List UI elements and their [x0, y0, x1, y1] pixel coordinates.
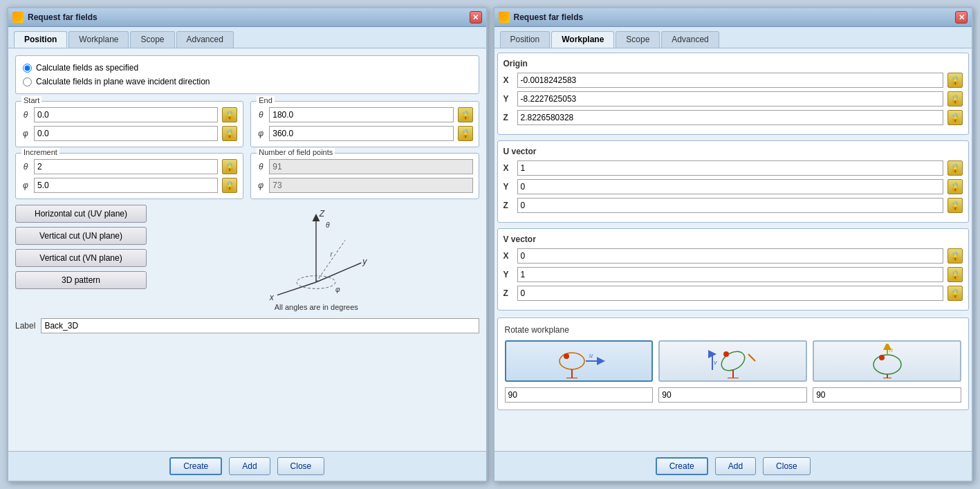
left-end-phi-row: φ 🔒: [257, 126, 472, 141]
right-origin-x-row: X 🔒: [503, 73, 963, 88]
left-tab-scope[interactable]: Scope: [130, 31, 174, 48]
right-origin-y-lock[interactable]: 🔒: [947, 91, 963, 107]
left-increment-phi-input[interactable]: [34, 178, 218, 193]
left-increment-points-row: Increment θ 🔒 φ 🔒 Number of field points…: [15, 153, 479, 199]
right-origin-x-lock[interactable]: 🔒: [947, 73, 963, 88]
left-radio-row-2: Calculate fields in plane wave incident …: [23, 77, 472, 86]
left-tab-advanced[interactable]: Advanced: [176, 31, 234, 48]
right-uvector-x-lock[interactable]: 🔒: [947, 160, 963, 176]
left-tab-position[interactable]: Position: [14, 31, 67, 48]
left-title-group: 🔆 Request far fields: [12, 12, 98, 23]
right-create-button[interactable]: Create: [656, 457, 708, 475]
left-bottom-section: Horizontal cut (UV plane) Vertical cut (…: [15, 205, 479, 311]
left-fp-theta-label: θ: [257, 162, 265, 172]
left-create-button[interactable]: Create: [169, 457, 222, 475]
left-increment-theta-input[interactable]: [34, 159, 218, 174]
right-rotate-u-value[interactable]: [505, 387, 654, 403]
left-horizontal-cut-button[interactable]: Horizontal cut (UV plane): [15, 205, 147, 223]
left-fp-phi-input: [269, 178, 472, 193]
left-start-theta-label: θ: [21, 110, 30, 120]
left-end-phi-input[interactable]: [269, 126, 453, 141]
right-rotate-v-value[interactable]: [658, 387, 807, 403]
svg-text:y: y: [362, 257, 367, 266]
left-start-group: Start θ 🔒 φ 🔒: [15, 101, 243, 147]
right-add-button[interactable]: Add: [715, 457, 756, 475]
left-tab-workplane[interactable]: Workplane: [68, 31, 129, 48]
right-origin-x-input[interactable]: [517, 73, 944, 88]
right-vvector-x-lock[interactable]: 🔒: [947, 248, 963, 264]
left-radio-plane-wave[interactable]: [23, 77, 32, 86]
right-uvector-z-label: Z: [503, 201, 513, 210]
left-start-theta-lock[interactable]: 🔒: [222, 107, 237, 122]
right-rotate-n-button[interactable]: n: [813, 340, 961, 382]
left-increment-phi-row: φ 🔒: [21, 178, 237, 193]
right-uvector-z-input[interactable]: [517, 198, 944, 213]
left-end-theta-input[interactable]: [269, 107, 453, 122]
left-increment-theta-lock[interactable]: 🔒: [222, 159, 237, 174]
right-vvector-section: V vector X 🔒 Y 🔒 Z 🔒: [497, 228, 970, 311]
right-vvector-x-label: X: [503, 251, 513, 261]
right-close-button[interactable]: ✕: [955, 11, 968, 24]
right-uvector-z-row: Z 🔒: [503, 198, 963, 213]
left-close-button[interactable]: Close: [277, 457, 325, 475]
right-vvector-z-label: Z: [503, 288, 513, 298]
right-uvector-z-lock[interactable]: 🔒: [947, 198, 963, 213]
svg-line-3: [316, 263, 361, 282]
right-origin-z-input[interactable]: [517, 110, 944, 125]
right-vvector-z-lock[interactable]: 🔒: [947, 286, 963, 301]
left-vertical-cut-un-button[interactable]: Vertical cut (UN plane): [15, 227, 147, 245]
left-radio-group: Calculate fields as specified Calculate …: [15, 55, 479, 94]
right-vvector-x-input[interactable]: [517, 248, 944, 264]
right-uvector-title: U vector: [503, 147, 963, 156]
left-add-button[interactable]: Add: [229, 457, 270, 475]
right-title-text: Request far fields: [514, 12, 584, 22]
right-vvector-z-input[interactable]: [517, 286, 944, 301]
right-origin-z-label: Z: [503, 113, 513, 122]
left-start-phi-lock[interactable]: 🔒: [222, 126, 237, 141]
right-uvector-y-lock[interactable]: 🔒: [947, 179, 963, 194]
left-end-theta-lock[interactable]: 🔒: [458, 107, 473, 122]
right-tab-workplane[interactable]: Workplane: [551, 31, 614, 48]
left-label-text: Label: [15, 321, 35, 331]
right-close-button-footer[interactable]: Close: [763, 457, 811, 475]
right-rotate-u-button[interactable]: u: [505, 340, 654, 382]
right-content: Origin X 🔒 Y 🔒 Z 🔒 U vector X: [494, 48, 972, 451]
left-start-phi-input[interactable]: [34, 126, 218, 141]
svg-point-25: [879, 355, 885, 360]
right-origin-z-lock[interactable]: 🔒: [947, 110, 963, 125]
right-tab-advanced[interactable]: Advanced: [661, 31, 719, 48]
svg-point-12: [564, 353, 569, 359]
right-origin-y-input[interactable]: [517, 91, 944, 107]
right-uvector-x-input[interactable]: [517, 160, 944, 176]
left-content: Calculate fields as specified Calculate …: [8, 48, 486, 451]
left-end-label: End: [257, 96, 275, 104]
right-vvector-y-row: Y 🔒: [503, 267, 963, 282]
right-tab-position[interactable]: Position: [500, 31, 551, 48]
left-diagram-svg: Z θ y x r φ: [247, 205, 385, 302]
right-rotate-n-value[interactable]: [813, 387, 961, 403]
left-titlebar: 🔆 Request far fields ✕: [8, 8, 486, 27]
left-close-button[interactable]: ✕: [470, 11, 482, 24]
right-dialog: 🔆 Request far fields ✕ Position Workplan…: [493, 7, 974, 482]
left-start-end-row: Start θ 🔒 φ 🔒 End θ 🔒: [15, 101, 479, 147]
svg-line-23: [748, 354, 755, 361]
right-vvector-x-row: X 🔒: [503, 248, 963, 264]
left-end-phi-lock[interactable]: 🔒: [458, 126, 473, 141]
left-diagram-label: All angles are in degrees: [275, 303, 358, 311]
right-uvector-y-input[interactable]: [517, 179, 944, 194]
left-radio-specified[interactable]: [23, 64, 32, 73]
left-start-theta-input[interactable]: [34, 107, 218, 122]
left-increment-phi-label: φ: [21, 181, 30, 190]
right-vvector-y-lock[interactable]: 🔒: [947, 267, 963, 282]
left-3d-pattern-button[interactable]: 3D pattern: [15, 271, 147, 289]
right-rotate-v-button[interactable]: v: [658, 340, 807, 382]
right-origin-y-row: Y 🔒: [503, 91, 963, 107]
right-tab-scope[interactable]: Scope: [616, 31, 660, 48]
right-vvector-y-input[interactable]: [517, 267, 944, 282]
left-label-input[interactable]: [41, 318, 479, 333]
left-increment-phi-lock[interactable]: 🔒: [222, 178, 237, 193]
left-vertical-cut-vn-button[interactable]: Vertical cut (VN plane): [15, 249, 147, 267]
right-footer: Create Add Close: [494, 451, 972, 481]
svg-text:Z: Z: [319, 209, 325, 219]
right-rotate-n-icon: n: [860, 344, 915, 378]
